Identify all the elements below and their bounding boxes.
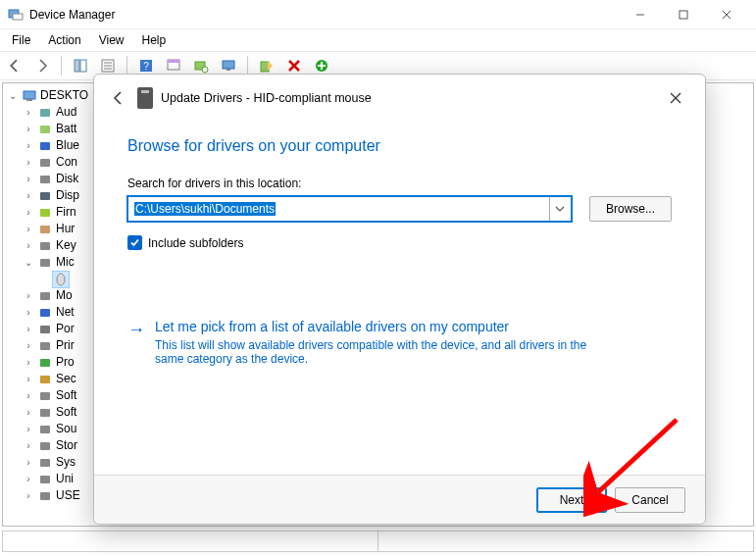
svg-rect-46 xyxy=(40,442,50,450)
update-driver-dialog: Update Drivers - HID-compliant mouse Bro… xyxy=(93,74,706,525)
svg-rect-31 xyxy=(40,192,50,200)
show-hide-tree-button[interactable] xyxy=(70,55,91,76)
svg-rect-44 xyxy=(40,409,50,417)
nav-forward-button[interactable] xyxy=(31,55,53,76)
svg-rect-28 xyxy=(40,142,50,150)
svg-rect-37 xyxy=(40,292,50,300)
driver-path-input[interactable]: C:\Users\sukhi\Documents xyxy=(127,196,572,222)
nav-back-button[interactable] xyxy=(4,55,25,76)
menubar: File Action View Help xyxy=(0,29,756,51)
svg-rect-1 xyxy=(13,14,23,20)
svg-rect-18 xyxy=(223,61,234,69)
svg-text:?: ? xyxy=(143,61,149,72)
device-icon xyxy=(137,87,153,109)
driver-path-value: C:\Users\sukhi\Documents xyxy=(134,202,276,216)
status-bar xyxy=(2,531,754,552)
next-button[interactable]: Next xyxy=(536,487,607,513)
svg-rect-3 xyxy=(680,11,687,19)
svg-rect-32 xyxy=(40,209,50,217)
maximize-button[interactable] xyxy=(662,1,705,28)
svg-rect-39 xyxy=(40,326,50,333)
dialog-back-button[interactable] xyxy=(108,87,129,109)
svg-point-36 xyxy=(57,274,65,285)
svg-rect-38 xyxy=(40,309,50,317)
path-dropdown-button[interactable] xyxy=(549,197,571,221)
svg-rect-40 xyxy=(40,342,50,350)
app-icon xyxy=(8,7,24,23)
menu-file[interactable]: File xyxy=(4,31,38,49)
include-subfolders-label: Include subfolders xyxy=(148,236,243,250)
titlebar: Device Manager xyxy=(0,0,756,29)
browse-button[interactable]: Browse... xyxy=(589,196,672,222)
svg-rect-45 xyxy=(40,426,50,433)
svg-point-17 xyxy=(202,67,208,73)
menu-help[interactable]: Help xyxy=(134,31,175,49)
svg-rect-7 xyxy=(80,60,86,72)
close-button[interactable] xyxy=(705,1,748,28)
svg-rect-27 xyxy=(40,126,50,133)
cancel-button[interactable]: Cancel xyxy=(615,487,685,513)
search-location-label: Search for drivers in this location: xyxy=(127,177,672,190)
svg-rect-42 xyxy=(40,376,50,383)
svg-rect-6 xyxy=(75,60,79,72)
arrow-right-icon: → xyxy=(127,321,145,366)
svg-rect-41 xyxy=(40,359,50,367)
svg-rect-26 xyxy=(40,109,50,117)
svg-rect-43 xyxy=(40,392,50,400)
svg-rect-15 xyxy=(168,60,179,63)
menu-action[interactable]: Action xyxy=(40,31,88,49)
svg-rect-47 xyxy=(40,459,50,467)
menu-view[interactable]: View xyxy=(91,31,132,49)
svg-rect-29 xyxy=(40,159,50,167)
include-subfolders-checkbox[interactable] xyxy=(127,235,142,250)
svg-rect-35 xyxy=(40,259,50,267)
svg-rect-20 xyxy=(261,62,269,72)
window-title: Device Manager xyxy=(29,8,619,22)
svg-rect-25 xyxy=(26,99,32,101)
svg-rect-49 xyxy=(40,492,50,500)
svg-rect-19 xyxy=(227,69,230,71)
svg-rect-30 xyxy=(40,176,50,183)
svg-rect-48 xyxy=(40,476,50,483)
pick-from-list-desc: This list will show available drivers co… xyxy=(155,338,616,366)
svg-rect-34 xyxy=(40,242,50,250)
svg-rect-33 xyxy=(40,226,50,233)
dialog-title: Update Drivers - HID-compliant mouse xyxy=(161,91,372,105)
dialog-heading: Browse for drivers on your computer xyxy=(127,137,672,155)
minimize-button[interactable] xyxy=(619,1,662,28)
dialog-close-button[interactable] xyxy=(660,82,691,114)
pick-from-list-title: Let me pick from a list of available dri… xyxy=(155,319,616,334)
svg-rect-24 xyxy=(24,91,35,99)
pick-from-list-link[interactable]: → Let me pick from a list of available d… xyxy=(127,319,672,366)
